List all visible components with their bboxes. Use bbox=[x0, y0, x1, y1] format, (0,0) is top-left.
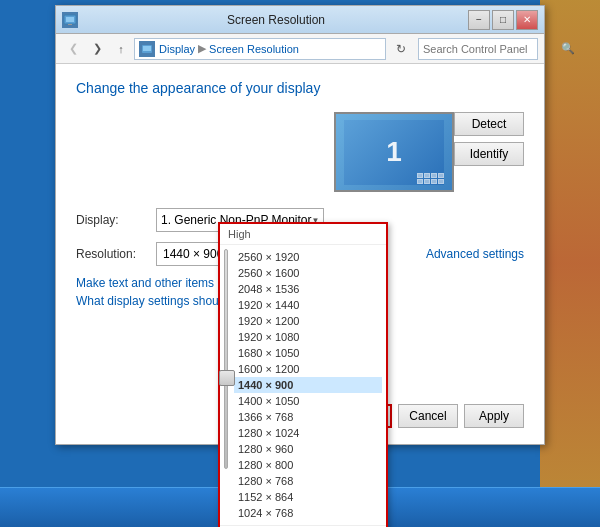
grid-cell bbox=[438, 179, 444, 184]
grid-cell bbox=[438, 173, 444, 178]
resolution-item[interactable]: 1400 × 1050 bbox=[234, 393, 382, 409]
monitor-area: 1 Detect bbox=[76, 112, 524, 192]
cancel-button[interactable]: Cancel bbox=[398, 404, 458, 428]
close-button[interactable]: ✕ bbox=[516, 10, 538, 30]
window-title: Screen Resolution bbox=[84, 13, 468, 27]
resolution-item[interactable]: 1366 × 768 bbox=[234, 409, 382, 425]
detect-identify-buttons: Detect Identify bbox=[454, 112, 524, 166]
resolution-item[interactable]: 2560 × 1600 bbox=[234, 265, 382, 281]
forward-button[interactable]: ❯ bbox=[86, 38, 108, 60]
resolution-item[interactable]: 1280 × 960 bbox=[234, 441, 382, 457]
resolution-popup: High 2560 × 19202560 × 16002048 × 153619… bbox=[218, 222, 388, 527]
grid-cell bbox=[417, 173, 423, 178]
monitor-number: 1 bbox=[386, 136, 402, 168]
svg-rect-1 bbox=[66, 17, 74, 22]
refresh-button[interactable]: ↻ bbox=[390, 38, 412, 60]
resolution-item[interactable]: 2048 × 1536 bbox=[234, 281, 382, 297]
back-button[interactable]: ❮ bbox=[62, 38, 84, 60]
window-icon bbox=[62, 12, 78, 28]
display-label: Display: bbox=[76, 213, 156, 227]
resolution-slider[interactable] bbox=[224, 249, 228, 521]
monitor-preview: 1 bbox=[334, 112, 454, 192]
resolution-item[interactable]: 1920 × 1440 bbox=[234, 297, 382, 313]
resolution-item[interactable]: 1600 × 1200 bbox=[234, 361, 382, 377]
res-popup-header: High bbox=[220, 224, 386, 245]
monitor-screen: 1 bbox=[344, 120, 444, 185]
res-slider-area: 2560 × 19202560 × 16002048 × 15361920 × … bbox=[220, 245, 386, 525]
apply-button[interactable]: Apply bbox=[464, 404, 524, 428]
minimize-button[interactable]: − bbox=[468, 10, 490, 30]
resolution-item[interactable]: 1920 × 1200 bbox=[234, 313, 382, 329]
search-icon: 🔍 bbox=[561, 42, 575, 55]
monitor-grid bbox=[417, 173, 444, 184]
search-box: 🔍 bbox=[418, 38, 538, 60]
grid-cell bbox=[417, 179, 423, 184]
page-title: Change the appearance of your display bbox=[76, 80, 524, 96]
grid-cell bbox=[424, 179, 430, 184]
title-bar: Screen Resolution − □ ✕ bbox=[56, 6, 544, 34]
resolution-item[interactable]: 1280 × 1024 bbox=[234, 425, 382, 441]
resolution-item[interactable]: 1152 × 864 bbox=[234, 489, 382, 505]
resolution-label: Resolution: bbox=[76, 247, 156, 261]
grid-cell bbox=[431, 173, 437, 178]
title-controls: − □ ✕ bbox=[468, 10, 538, 30]
maximize-button[interactable]: □ bbox=[492, 10, 514, 30]
screen-resolution-window: Screen Resolution − □ ✕ ❮ ❯ ↑ Display ▶ … bbox=[55, 5, 545, 445]
search-input[interactable] bbox=[423, 43, 561, 55]
resolution-item[interactable]: 1280 × 800 bbox=[234, 457, 382, 473]
resolution-value: 1440 × 900 bbox=[163, 247, 223, 261]
identify-button[interactable]: Identify bbox=[454, 142, 524, 166]
svg-rect-4 bbox=[143, 46, 151, 51]
resolution-item[interactable]: 1024 × 768 bbox=[234, 505, 382, 521]
resolution-item[interactable]: 1680 × 1050 bbox=[234, 345, 382, 361]
breadcrumb-display[interactable]: Display bbox=[159, 43, 195, 55]
breadcrumb-screen-resolution[interactable]: Screen Resolution bbox=[209, 43, 299, 55]
resolution-list: 2560 × 19202560 × 16002048 × 15361920 × … bbox=[234, 249, 382, 521]
resolution-item[interactable]: 1920 × 1080 bbox=[234, 329, 382, 345]
slider-track bbox=[224, 249, 228, 469]
grid-cell bbox=[431, 179, 437, 184]
navigation-bar: ❮ ❯ ↑ Display ▶ Screen Resolution ↻ 🔍 bbox=[56, 34, 544, 64]
resolution-item[interactable]: 1280 × 768 bbox=[234, 473, 382, 489]
advanced-settings-link[interactable]: Advanced settings bbox=[426, 247, 524, 261]
content-area: Change the appearance of your display 1 bbox=[56, 64, 544, 444]
resolution-item[interactable]: 2560 × 1920 bbox=[234, 249, 382, 265]
svg-rect-2 bbox=[68, 24, 72, 25]
address-bar: Display ▶ Screen Resolution bbox=[134, 38, 386, 60]
up-button[interactable]: ↑ bbox=[110, 38, 132, 60]
address-icon bbox=[139, 41, 155, 57]
detect-button[interactable]: Detect bbox=[454, 112, 524, 136]
grid-cell bbox=[424, 173, 430, 178]
monitor-image: 1 bbox=[334, 112, 454, 192]
resolution-item[interactable]: 1440 × 900 bbox=[234, 377, 382, 393]
slider-thumb[interactable] bbox=[219, 370, 235, 386]
